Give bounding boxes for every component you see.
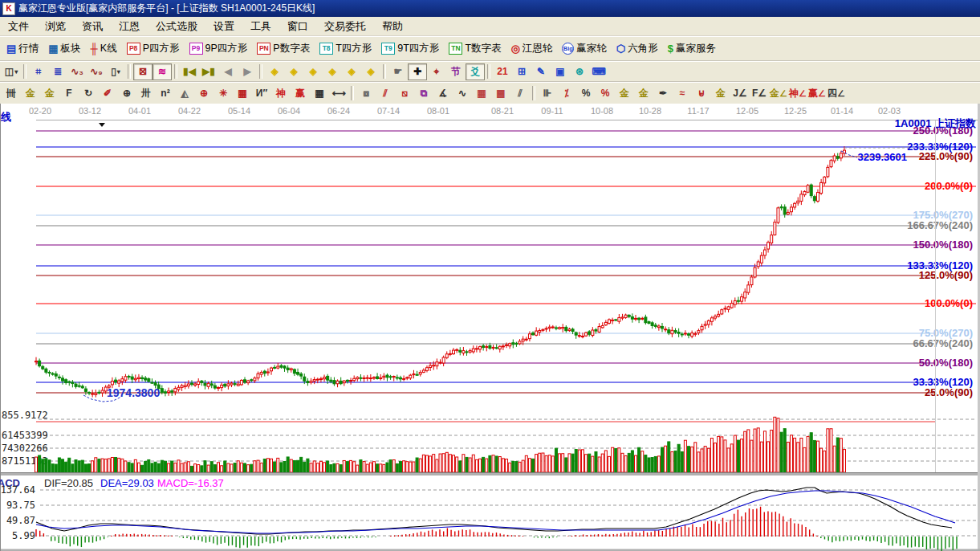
angle-measure-tool-icon[interactable]: ⌖ (427, 63, 446, 80)
profile-chart-icon[interactable]: ≋ (152, 63, 172, 80)
j-angle-icon[interactable]: J∠ (730, 85, 750, 102)
price-ladder-icon[interactable]: ⊪ (538, 85, 557, 102)
gold-line-2-icon[interactable]: 金 (711, 85, 730, 102)
winner-service-button[interactable]: $赢家服务 (663, 40, 721, 57)
notepad-icon[interactable]: ✎ (531, 63, 551, 80)
cup-tool-icon[interactable]: ⊌ (692, 85, 711, 102)
kline-button[interactable]: ╫K线 (86, 40, 122, 57)
9p-square-button[interactable]: P99P四方形 (185, 40, 253, 57)
grid-3-icon[interactable]: ∿₃ (67, 63, 87, 80)
shift-right-icon[interactable]: ◈ (284, 63, 303, 80)
starburst-icon[interactable]: ✳ (213, 85, 233, 102)
gold-ruler-1-icon[interactable]: 金 (21, 85, 40, 102)
percent-change-icon[interactable]: ⁒ (557, 85, 576, 102)
sectors-button[interactable]: ▦板块 (43, 40, 85, 57)
gold-circle-icon[interactable]: 金 (615, 85, 634, 102)
mirror-tool-icon[interactable]: ◭ (175, 85, 194, 102)
gold-level-icon[interactable]: 金 (634, 85, 653, 102)
save-icon[interactable]: ▣ (551, 63, 570, 80)
expand-all-icon[interactable]: ◈ (342, 63, 361, 80)
grid-star-icon[interactable]: ▦ (233, 85, 252, 102)
f-angle-icon[interactable]: F∠ (750, 85, 769, 102)
gann-wheel-button[interactable]: ◎江恩轮 (506, 40, 558, 57)
expand-horizontal-icon[interactable]: ◈ (303, 63, 323, 80)
t-square-button[interactable]: T8T四方形 (315, 40, 376, 57)
ruler-ticks-icon[interactable]: 卌 (2, 85, 21, 102)
menu-item-0[interactable]: 文件 (0, 17, 37, 35)
quotes-button[interactable]: ▤行情 (2, 40, 43, 57)
menu-item-1[interactable]: 浏览 (37, 17, 74, 35)
candle-body (194, 384, 197, 386)
percent-line-icon[interactable]: % (596, 85, 615, 102)
box-grid-fan-icon[interactable]: ⧉ (414, 85, 433, 102)
hand-tool-icon[interactable]: ☛ (388, 63, 408, 80)
last-page-icon[interactable]: ▶▮ (199, 63, 218, 80)
compress-horizontal-icon[interactable]: ◈ (323, 63, 342, 80)
menu-item-5[interactable]: 设置 (205, 17, 242, 35)
gann-grid-tool-icon[interactable]: ⊠ (133, 63, 152, 80)
tick-ruler-icon[interactable]: 卅 (136, 85, 156, 102)
spiral-tool-icon[interactable]: ↻ (79, 85, 98, 102)
menu-item-3[interactable]: 江恩 (111, 17, 148, 35)
marker-pen-icon[interactable]: ✐ (98, 85, 117, 102)
circle-cross-icon[interactable]: ⊕ (194, 85, 213, 102)
shen-angle-icon[interactable]: 神∠ (788, 85, 807, 102)
ying-tool-icon[interactable]: 赢 (291, 85, 310, 102)
n-squared-icon[interactable]: n² (156, 85, 175, 102)
remote-pc-icon[interactable]: ⌨ (589, 63, 608, 80)
box-tool-icon[interactable]: ⧈ (356, 85, 376, 102)
calculator-icon[interactable]: ⊞ (512, 63, 531, 80)
calendar-icon[interactable]: 21 (493, 63, 512, 80)
parallel-lines-icon[interactable]: ⫽ (510, 85, 530, 102)
shift-left-icon[interactable]: ◈ (265, 63, 284, 80)
angle-lines-icon[interactable]: ∡ (433, 85, 453, 102)
send-network-icon[interactable]: ⊛ (570, 63, 589, 80)
box-fan-icon[interactable]: ⧅ (395, 85, 414, 102)
full-view-icon[interactable]: ◈ (361, 63, 380, 80)
p-number-table-button[interactable]: PNP数字表 (252, 40, 315, 57)
ying-angle-icon[interactable]: 赢∠ (807, 85, 827, 102)
menu-item-8[interactable]: 交易委托 (316, 17, 374, 35)
fan-lines-icon[interactable]: ⫽ (376, 85, 395, 102)
menu-item-4[interactable]: 公式选股 (148, 17, 205, 35)
hexagon-button[interactable]: ⬡六角形 (612, 40, 663, 57)
shen-tool-icon[interactable]: 神 (271, 85, 291, 102)
chart-type-dropdown-icon[interactable]: ◫▾ (2, 63, 21, 80)
gold-angle-icon[interactable]: 金∠ (769, 85, 788, 102)
menu-item-9[interactable]: 帮助 (374, 17, 411, 35)
four-angle-icon[interactable]: 四∠ (827, 85, 846, 102)
percent-icon[interactable]: % (576, 85, 596, 102)
chart-canvas[interactable]: 02-2003-1204-0104-2205-1406-0406-2407-14… (0, 104, 980, 551)
wave-band-icon[interactable]: ≈ (673, 85, 692, 102)
gold-ruler-2-icon[interactable]: 金 (40, 85, 59, 102)
angle-mark-icon[interactable]: И″ (252, 85, 271, 102)
h-measure-icon[interactable]: ⟷ (329, 85, 348, 102)
p-square-button[interactable]: P8P四方形 (122, 40, 185, 57)
menu-item-6[interactable]: 工具 (242, 17, 279, 35)
t-number-table-button[interactable]: TNT数字表 (444, 40, 506, 57)
region-frame-icon[interactable]: ⌗ (29, 63, 48, 80)
title-bar[interactable]: K 赢家江恩专业版[赢家内部服务平台] - [上证指数 SH1A0001-245… (0, 0, 980, 17)
ink-pen-icon[interactable]: ✒ (653, 85, 673, 102)
circle-ruler-icon[interactable]: ⊕ (117, 85, 136, 102)
gann-grid-square-icon[interactable]: ▦ (472, 85, 491, 102)
info-panel-icon[interactable]: ≣ (48, 63, 67, 80)
first-page-icon[interactable]: ▮◀ (180, 63, 199, 80)
next-page-icon[interactable]: ▶ (238, 63, 257, 80)
prev-page-icon[interactable]: ◀ (218, 63, 238, 80)
candle-period-icon[interactable]: ▯▾ (106, 63, 125, 80)
volume-bar (48, 460, 51, 472)
gann-grid-square-2-icon[interactable]: ▩ (491, 85, 510, 102)
gann-shape-tool-icon[interactable]: 节 (446, 63, 466, 80)
crosshair-tool-icon[interactable]: ✚ (408, 63, 427, 80)
volume-bar (624, 455, 627, 472)
winner-wheel-button[interactable]: Big赢家轮 (557, 40, 612, 57)
wave-tool-icon[interactable]: 爻 (466, 63, 485, 80)
zigzag-tool-icon[interactable]: ∿ (453, 85, 472, 102)
f-ruler-icon[interactable]: F (59, 85, 79, 102)
menu-item-7[interactable]: 窗口 (279, 17, 316, 35)
menu-item-2[interactable]: 资讯 (74, 17, 111, 35)
grid-123-icon[interactable]: ▦ (310, 85, 329, 102)
grid-9-icon[interactable]: ∿₉ (87, 63, 106, 80)
9t-square-button[interactable]: T99T四方形 (376, 40, 444, 57)
